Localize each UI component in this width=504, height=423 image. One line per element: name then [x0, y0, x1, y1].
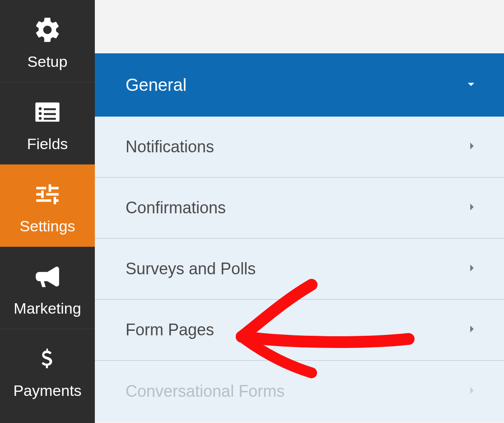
settings-row-label: Notifications	[126, 137, 214, 156]
sidebar: Setup Fields Settings Marketing Payments	[0, 0, 95, 423]
sidebar-item-payments[interactable]: Payments	[0, 329, 95, 411]
settings-row-label: General	[126, 75, 187, 95]
settings-row-label: Conversational Forms	[126, 382, 285, 401]
sidebar-item-label: Settings	[20, 218, 75, 235]
chevron-right-icon	[465, 200, 479, 216]
chevron-right-icon	[465, 261, 479, 277]
sidebar-item-settings[interactable]: Settings	[0, 164, 95, 247]
gear-icon	[29, 12, 65, 48]
chevron-right-icon	[465, 139, 479, 155]
settings-row-surveys-and-polls[interactable]: Surveys and Polls	[95, 239, 504, 300]
sidebar-item-label: Payments	[13, 382, 81, 399]
settings-row-notifications[interactable]: Notifications	[95, 117, 504, 178]
list-icon	[29, 94, 65, 130]
sliders-icon	[29, 176, 65, 212]
settings-row-conversational-forms[interactable]: Conversational Forms	[95, 361, 504, 422]
settings-panel: General Notifications Confirmations Surv…	[95, 53, 504, 422]
sidebar-item-label: Fields	[27, 136, 68, 152]
chevron-right-icon	[465, 384, 479, 399]
top-spacer	[95, 0, 504, 53]
settings-row-general[interactable]: General	[95, 53, 504, 117]
sidebar-item-setup[interactable]: Setup	[0, 0, 95, 82]
sidebar-item-label: Setup	[28, 53, 68, 70]
settings-row-label: Surveys and Polls	[126, 259, 256, 278]
settings-row-label: Form Pages	[126, 320, 214, 339]
chevron-right-icon	[465, 322, 479, 338]
settings-row-label: Confirmations	[126, 198, 226, 217]
bullhorn-icon	[29, 258, 65, 295]
settings-row-form-pages[interactable]: Form Pages	[95, 300, 504, 361]
main-content: General Notifications Confirmations Surv…	[95, 0, 504, 423]
sidebar-item-fields[interactable]: Fields	[0, 82, 95, 164]
sidebar-item-label: Marketing	[14, 300, 81, 317]
settings-row-confirmations[interactable]: Confirmations	[95, 178, 504, 239]
chevron-down-icon	[463, 76, 479, 94]
dollar-icon	[29, 341, 65, 377]
sidebar-item-marketing[interactable]: Marketing	[0, 247, 95, 329]
